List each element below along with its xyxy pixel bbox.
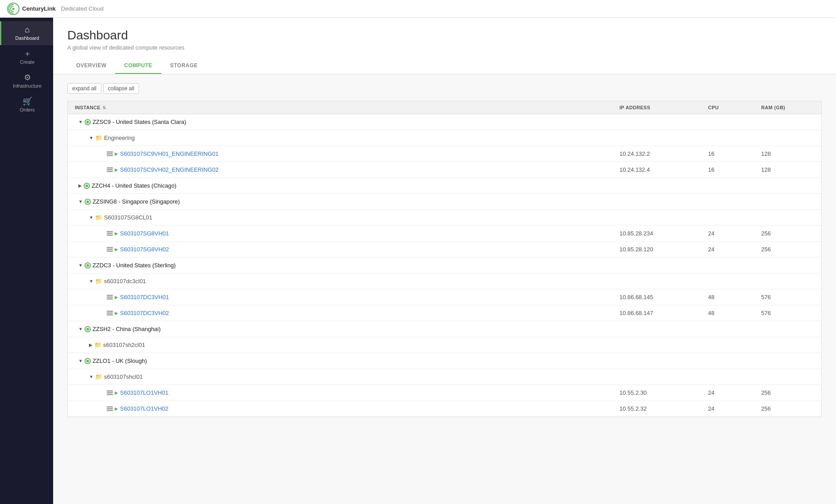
cpu-cell: 48 — [708, 294, 761, 300]
chevron-down-icon[interactable]: ▼ — [89, 279, 93, 284]
centurylink-logo-icon — [7, 3, 19, 15]
tab-overview[interactable]: OVERVIEW — [67, 58, 115, 74]
play-icon: ▶ — [115, 167, 118, 172]
table-row: ▼ ZZSING8 - Singapore (Singapore) — [68, 194, 821, 210]
table-row: ▶ S603107SG8VH01 10.85.28.234 24 256 — [68, 226, 821, 242]
tab-bar: OVERVIEWCOMPUTESTORAGE — [67, 58, 822, 74]
sidebar-item-infrastructure[interactable]: ⚙ Infrastructure — [0, 69, 53, 93]
tab-compute[interactable]: COMPUTE — [115, 58, 161, 74]
chevron-down-icon[interactable]: ▼ — [78, 263, 83, 268]
table-row: ▼ ZZLO1 - UK (Slough) — [68, 353, 821, 369]
column-header-ip: IP ADDRESS — [619, 105, 708, 110]
folder-cell: ▶ 📁 s603107sh2cl01 — [75, 342, 619, 348]
cpu-cell: 24 — [708, 246, 761, 253]
table-row: ▼ 📁 s603107shcl01 — [68, 369, 821, 385]
ip-cell: 10.86.68.145 — [619, 294, 708, 300]
server-icon — [107, 390, 113, 395]
datacenter-cell: ▼ ZZLO1 - UK (Slough) — [75, 358, 619, 364]
tab-storage[interactable]: STORAGE — [161, 58, 207, 74]
page-subtitle: A global view of dedicated compute resou… — [67, 44, 822, 51]
table-row: ▼ ZZSC9 - United States (Santa Clara) — [68, 114, 821, 130]
ram-cell: 256 — [761, 389, 814, 396]
folder-label[interactable]: s603107dc3cl01 — [104, 278, 146, 285]
play-icon: ▶ — [115, 151, 118, 156]
sidebar-item-orders[interactable]: 🛒 Orders — [0, 93, 53, 117]
chevron-down-icon[interactable]: ▼ — [89, 374, 93, 379]
server-cell: ▶ S603107SC9VH02_ENGINEERING02 — [75, 166, 619, 173]
datacenter-icon — [84, 183, 90, 189]
sort-icon[interactable]: ⇅ — [102, 105, 106, 110]
folder-label[interactable]: s603107sh2cl01 — [103, 342, 145, 348]
chevron-down-icon[interactable]: ▼ — [78, 358, 83, 363]
folder-label[interactable]: Engineering — [104, 135, 135, 141]
datacenter-label[interactable]: ZZDC3 - United States (Sterling) — [93, 262, 176, 269]
table-row: ▶ S603107DC3VH01 10.86.68.145 48 576 — [68, 289, 821, 305]
server-label[interactable]: S603107LO1VH01 — [120, 389, 168, 396]
server-icon — [107, 295, 113, 300]
server-label[interactable]: S603107DC3VH01 — [120, 294, 169, 300]
top-bar-title: Dedicated Cloud — [61, 5, 104, 12]
column-header-cpu: CPU — [708, 105, 761, 110]
cpu-cell: 24 — [708, 389, 761, 396]
ram-cell: 256 — [761, 246, 814, 253]
server-label[interactable]: S603107SG8VH02 — [120, 246, 169, 253]
content-area: expand all collapse all INSTANCE ⇅ IP AD… — [53, 74, 836, 426]
ip-cell: 10.55.2.32 — [619, 405, 708, 412]
datacenter-label[interactable]: ZZSING8 - Singapore (Singapore) — [93, 198, 180, 205]
folder-label[interactable]: S603107SG8CL01 — [104, 214, 152, 221]
collapse-all-button[interactable]: collapse all — [103, 83, 139, 94]
cpu-cell: 16 — [708, 166, 761, 173]
cpu-cell: 16 — [708, 150, 761, 157]
ip-cell: 10.24.132.4 — [619, 166, 708, 173]
table-row: ▼ ZZSH2 - China (Shanghai) — [68, 321, 821, 337]
folder-icon: 📁 — [95, 135, 102, 141]
table-row: ▼ 📁 S603107SG8CL01 — [68, 210, 821, 226]
ram-cell: 128 — [761, 166, 814, 173]
chevron-down-icon[interactable]: ▼ — [78, 327, 83, 331]
sidebar-item-create[interactable]: ＋ Create — [0, 45, 53, 69]
datacenter-label[interactable]: ZZLO1 - UK (Slough) — [93, 358, 147, 364]
server-label[interactable]: S603107SC9VH02_ENGINEERING02 — [120, 166, 219, 173]
chevron-down-icon[interactable]: ▼ — [89, 215, 93, 220]
server-label[interactable]: S603107LO1VH02 — [120, 405, 168, 412]
datacenter-label[interactable]: ZZSC9 - United States (Santa Clara) — [93, 119, 186, 125]
sidebar-item-dashboard[interactable]: ⌂ Dashboard — [0, 21, 53, 45]
table-row: ▶ S603107LO1VH02 10.55.2.32 24 256 — [68, 401, 821, 417]
server-label[interactable]: S603107SC9VH01_ENGINEERING01 — [120, 150, 219, 157]
chevron-right-icon[interactable]: ▶ — [89, 342, 93, 347]
table-row: ▼ 📁 Engineering — [68, 130, 821, 146]
folder-label[interactable]: s603107shcl01 — [104, 373, 143, 380]
expand-all-button[interactable]: expand all — [67, 83, 101, 94]
main-header: Dashboard A global view of dedicated com… — [53, 18, 836, 74]
main-content: Dashboard A global view of dedicated com… — [53, 18, 836, 504]
ram-cell: 128 — [761, 150, 814, 157]
chevron-down-icon[interactable]: ▼ — [89, 135, 93, 140]
sidebar-label-create: Create — [20, 59, 35, 65]
cpu-cell: 24 — [708, 230, 761, 237]
table-row: ▶ S603107SC9VH02_ENGINEERING02 10.24.132… — [68, 162, 821, 178]
table-row: ▶ S603107DC3VH02 10.86.68.147 48 576 — [68, 305, 821, 321]
chevron-down-icon[interactable]: ▼ — [78, 119, 83, 124]
table-row: ▶ S603107LO1VH01 10.55.2.30 24 256 — [68, 385, 821, 401]
folder-cell: ▼ 📁 S603107SG8CL01 — [75, 214, 619, 221]
server-label[interactable]: S603107SG8VH01 — [120, 230, 169, 237]
server-label[interactable]: S603107DC3VH02 — [120, 310, 169, 316]
server-cell: ▶ S603107SC9VH01_ENGINEERING01 — [75, 150, 619, 157]
sidebar-label-dashboard: Dashboard — [15, 35, 39, 41]
cpu-cell: 24 — [708, 405, 761, 412]
chevron-down-icon[interactable]: ▼ — [78, 199, 83, 204]
ip-cell: 10.85.28.120 — [619, 246, 708, 253]
instance-table: INSTANCE ⇅ IP ADDRESS CPU RAM (GB) ▼ ZZS… — [67, 101, 822, 417]
play-icon: ▶ — [115, 247, 118, 252]
table-row: ▶ S603107SC9VH01_ENGINEERING01 10.24.132… — [68, 146, 821, 162]
chevron-right-icon[interactable]: ▶ — [78, 183, 82, 188]
server-cell: ▶ S603107DC3VH02 — [75, 310, 619, 316]
datacenter-icon — [85, 358, 91, 364]
folder-cell: ▼ 📁 s603107shcl01 — [75, 373, 619, 380]
datacenter-icon — [85, 262, 91, 269]
ip-cell: 10.24.132.2 — [619, 150, 708, 157]
datacenter-label[interactable]: ZZCH4 - United States (Chicago) — [92, 182, 176, 189]
datacenter-label[interactable]: ZZSH2 - China (Shanghai) — [93, 326, 161, 332]
table-body: ▼ ZZSC9 - United States (Santa Clara) ▼ … — [68, 114, 821, 417]
create-icon: ＋ — [23, 50, 31, 58]
